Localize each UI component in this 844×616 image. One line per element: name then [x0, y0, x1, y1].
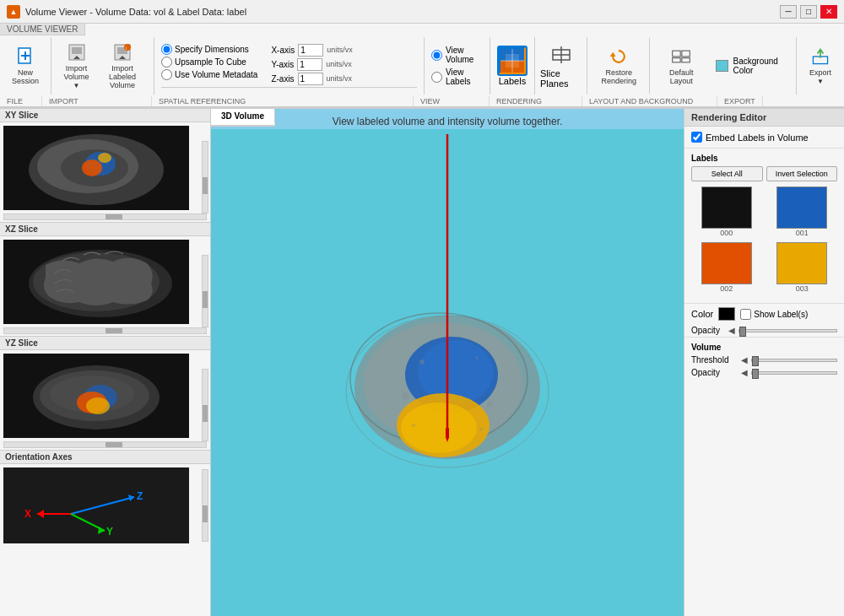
new-session-button[interactable]: NewSession	[7, 43, 44, 89]
slice-planes-button[interactable]: Slice Planes	[535, 37, 587, 95]
svg-rect-22	[673, 58, 680, 62]
y-axis-input[interactable]	[297, 58, 322, 71]
default-layout-label: Default Layout	[662, 68, 701, 85]
yz-vertical-scrollbar[interactable]	[202, 369, 208, 441]
show-labels-text: Show Label(s)	[754, 310, 808, 319]
opacity-row: Opacity ◀	[684, 324, 844, 337]
opacity-label: Opacity	[691, 326, 725, 335]
embed-labels-checkbox[interactable]	[691, 132, 702, 143]
show-labels-check: Show Label(s)	[740, 309, 808, 320]
upsample-cube-label: Upsample To Cube	[175, 57, 246, 67]
embed-labels-label: Embed Labels in Volume	[706, 132, 809, 143]
svg-point-31	[98, 153, 111, 163]
svg-rect-20	[673, 51, 680, 57]
swatch-000: 000	[691, 186, 762, 237]
opacity-slider[interactable]	[738, 329, 837, 332]
minimize-button[interactable]: ─	[780, 5, 797, 19]
svg-text:i: i	[126, 46, 127, 51]
specify-dimensions-radio[interactable]	[161, 44, 172, 55]
x-axis-input[interactable]	[298, 44, 323, 57]
swatch-002-label: 002	[720, 284, 733, 293]
export-label: Export ▼	[809, 68, 832, 85]
show-labels-checkbox[interactable]	[740, 309, 751, 320]
export-section-label: EXPORT	[717, 96, 763, 106]
view-labels-label: View Labels	[446, 68, 483, 86]
upsample-cube-radio[interactable]	[161, 57, 172, 68]
xz-horizontal-scrollbar[interactable]	[3, 327, 207, 334]
labels-button[interactable]	[497, 46, 528, 76]
orientation-vertical-scrollbar[interactable]	[202, 469, 208, 542]
swatch-003-color[interactable]	[776, 242, 827, 284]
file-section-label: FILE	[0, 96, 42, 106]
opacity-left-arrow: ◀	[728, 326, 735, 335]
xz-slice-canvas[interactable]	[3, 240, 189, 324]
svg-point-63	[475, 356, 479, 359]
restore-rendering-button[interactable]: Restore Rendering	[587, 37, 650, 95]
yz-horizontal-scrollbar[interactable]	[3, 441, 207, 448]
svg-text:X: X	[24, 508, 31, 520]
export-group: Export ▼	[797, 37, 844, 95]
x-axis-label: X-axis	[271, 46, 295, 55]
labels-actions-row: Select All Invert Selection	[691, 166, 837, 181]
left-panel: XY Slice	[0, 109, 211, 616]
xz-slice-panel: XZ Slice	[0, 223, 210, 337]
volume-panel: View labeled volume and intensity volume…	[211, 109, 684, 616]
svg-point-65	[487, 402, 492, 407]
select-all-button[interactable]: Select All	[691, 166, 763, 181]
svg-point-64	[402, 392, 408, 399]
default-layout-button[interactable]: Default Layout	[657, 43, 706, 89]
toolbar-row: NewSession ImportVolume ▼	[0, 35, 844, 96]
import-volume-icon	[67, 42, 87, 62]
svg-rect-21	[682, 51, 690, 57]
import-labeled-volume-button[interactable]: i Import LabeledVolume	[98, 39, 147, 93]
swatch-001: 001	[767, 186, 838, 237]
orientation-axes-title: Orientation Axes	[0, 451, 210, 464]
app-icon: ▲	[7, 5, 20, 19]
volume-opacity-slider[interactable]	[751, 371, 837, 375]
3d-volume-content[interactable]	[211, 129, 684, 616]
spatial-group-label	[161, 87, 417, 89]
svg-rect-23	[682, 58, 690, 62]
y-axis-unit: units/vx	[326, 60, 352, 68]
svg-rect-4	[72, 47, 82, 54]
embed-labels-row: Embed Labels in Volume	[684, 127, 844, 149]
view-section-label: VIEW	[414, 96, 490, 106]
swatch-003: 003	[767, 242, 838, 293]
threshold-label: Threshold	[691, 355, 738, 365]
view-volume-radio[interactable]	[431, 50, 442, 61]
import-group: ImportVolume ▼ i Import LabeledVolume	[51, 37, 154, 95]
import-volume-label: ImportVolume ▼	[63, 64, 89, 89]
svg-marker-19	[610, 52, 616, 57]
slice-planes-label: Slice Planes	[540, 68, 582, 89]
swatch-000-label: 000	[720, 229, 733, 237]
use-volume-metadata-radio[interactable]	[161, 69, 172, 80]
threshold-slider[interactable]	[751, 359, 837, 362]
view-labels-radio[interactable]	[431, 72, 442, 83]
close-button[interactable]: ✕	[820, 5, 837, 19]
export-button[interactable]: Export ▼	[803, 43, 837, 89]
xz-vertical-scrollbar[interactable]	[202, 255, 208, 327]
invert-selection-button[interactable]: Invert Selection	[766, 166, 838, 181]
background-color-button[interactable]: Background Color	[711, 53, 789, 78]
swatch-000-color[interactable]	[701, 186, 752, 229]
main-content: XY Slice	[0, 109, 844, 616]
orientation-canvas: Z X Y	[3, 467, 189, 543]
swatch-002-color[interactable]	[701, 242, 752, 284]
threshold-left-arrow: ◀	[741, 355, 748, 365]
3d-volume-tab[interactable]: 3D Volume	[211, 109, 275, 125]
yz-slice-title: YZ Slice	[0, 337, 210, 350]
section-labels: FILE IMPORT SPATIAL REFERENCING VIEW REN…	[0, 96, 844, 107]
volume-opacity-row: Opacity ◀	[691, 368, 837, 377]
z-axis-input[interactable]	[298, 73, 323, 85]
import-volume-button[interactable]: ImportVolume ▼	[58, 39, 95, 93]
volume-tabs: 3D Volume	[211, 109, 275, 127]
yz-slice-canvas[interactable]	[3, 354, 189, 438]
export-icon	[810, 46, 830, 67]
toolbar-label: VOLUME VIEWER	[0, 24, 85, 35]
swatch-001-color[interactable]	[776, 186, 827, 229]
xy-vertical-scrollbar[interactable]	[202, 141, 208, 213]
maximize-button[interactable]: □	[800, 5, 817, 19]
color-picker[interactable]	[718, 307, 735, 321]
xy-horizontal-scrollbar[interactable]	[3, 213, 207, 220]
xy-slice-canvas[interactable]	[3, 126, 189, 210]
